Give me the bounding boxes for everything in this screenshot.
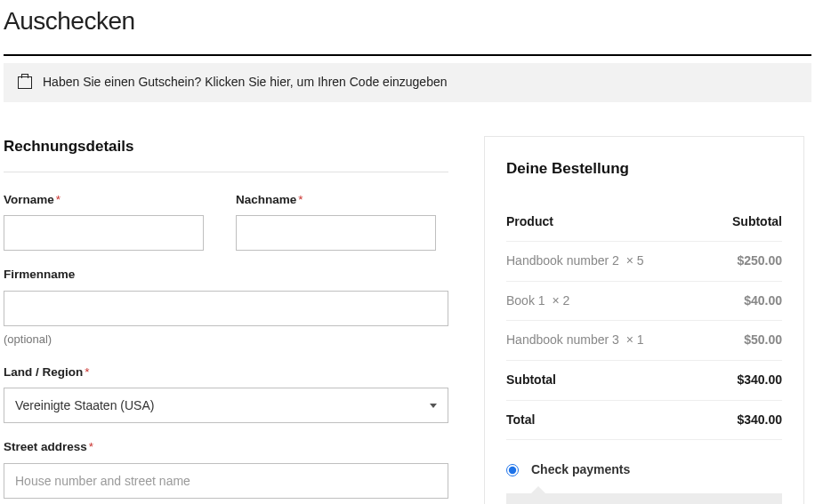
billing-heading: Rechnungsdetails xyxy=(4,136,448,157)
billing-divider xyxy=(4,172,448,172)
street-input-1[interactable] xyxy=(4,463,448,499)
order-item-price: $40.00 xyxy=(744,292,782,310)
order-item-row: Book 1 × 2 $40.00 xyxy=(506,282,782,322)
order-item-price: $50.00 xyxy=(744,332,782,349)
subtotal-value: $340.00 xyxy=(737,372,782,389)
order-item-name: Handbook number 2 × 5 xyxy=(506,252,644,270)
street-label: Street address* xyxy=(4,439,448,456)
required-star: * xyxy=(56,193,61,206)
payment-check-description: Please send a check to Store Name, Store… xyxy=(506,493,782,504)
company-optional-note: (optional) xyxy=(4,332,448,348)
billing-section: Rechnungsdetails Vorname* Nachname* Firm… xyxy=(4,136,448,504)
company-input[interactable] xyxy=(4,291,448,326)
lastname-label: Nachname* xyxy=(236,192,436,209)
coupon-text: Haben Sie einen Gutschein? Klicken Sie h… xyxy=(43,74,448,92)
coupon-icon xyxy=(18,76,32,89)
company-label: Firmenname xyxy=(4,267,448,284)
order-item-price: $250.00 xyxy=(737,252,782,270)
page-title: Auschecken xyxy=(4,4,811,38)
product-header: Product xyxy=(506,213,553,231)
order-item-name: Handbook number 3 × 1 xyxy=(506,332,644,349)
payment-methods: Check payments Please send a check to St… xyxy=(506,454,782,504)
payment-radio-check[interactable] xyxy=(506,464,519,476)
total-value: $340.00 xyxy=(737,412,782,429)
order-item-row: Handbook number 2 × 5 $250.00 xyxy=(506,242,782,282)
country-value: Vereinigte Staaten (USA) xyxy=(15,397,154,415)
coupon-banner: Haben Sie einen Gutschein? Klicken Sie h… xyxy=(4,63,811,102)
payment-option-check[interactable]: Check payments xyxy=(506,454,782,486)
subtotal-header: Subtotal xyxy=(732,213,782,231)
order-heading: Deine Bestellung xyxy=(506,158,782,180)
order-item-row: Handbook number 3 × 1 $50.00 xyxy=(506,321,782,361)
subtotal-label: Subtotal xyxy=(506,372,556,389)
required-star: * xyxy=(298,193,303,206)
payment-check-label: Check payments xyxy=(531,461,630,479)
firstname-input[interactable] xyxy=(4,215,204,251)
required-star: * xyxy=(85,365,89,379)
order-table-header: Product Subtotal xyxy=(506,203,782,243)
lastname-input[interactable] xyxy=(236,215,436,251)
order-subtotal-row: Subtotal $340.00 xyxy=(506,361,782,401)
coupon-prompt: Haben Sie einen Gutschein? xyxy=(43,75,201,89)
order-item-name: Book 1 × 2 xyxy=(506,292,569,310)
total-label: Total xyxy=(506,412,535,429)
country-label: Land / Region* xyxy=(4,364,448,381)
country-select[interactable]: Vereinigte Staaten (USA) xyxy=(4,388,448,423)
order-total-row: Total $340.00 xyxy=(506,401,782,441)
coupon-link[interactable]: Klicken Sie hier, um Ihren Code einzugeb… xyxy=(205,75,447,89)
title-divider xyxy=(4,54,811,56)
firstname-label: Vorname* xyxy=(4,192,204,209)
chevron-down-icon xyxy=(430,404,437,408)
order-summary: Deine Bestellung Product Subtotal Handbo… xyxy=(484,136,804,504)
required-star: * xyxy=(89,440,93,453)
